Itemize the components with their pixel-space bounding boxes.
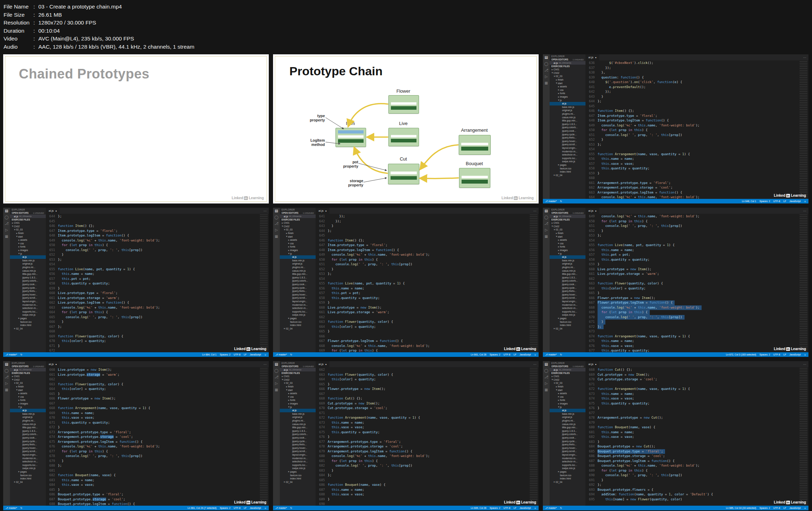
code-line: 659} [585, 262, 808, 267]
tree-item-label: modernizr.m... [292, 304, 307, 306]
line-number: 664 [585, 286, 598, 291]
code-text: Flower.prototype = new Item(); [328, 387, 388, 392]
linkedin-in-logo: in [516, 501, 520, 504]
tree-item: al.js [280, 409, 316, 412]
tree-item-label: jquery.hover... [292, 447, 307, 449]
line-number: 666 [585, 296, 598, 301]
code-text: this[color] = quantity; [328, 325, 378, 330]
tree-item-label: js [290, 252, 292, 255]
folder-twisty-icon: ▾ [285, 388, 288, 391]
files-icon: ▤ [275, 209, 278, 213]
status-segment: ↻ [560, 353, 562, 356]
line-number: 671 [316, 411, 328, 416]
code-text: } [58, 425, 62, 430]
debug-icon: ▷ [5, 228, 8, 232]
code-line: 663function Flower(quantity, color) { [316, 373, 539, 377]
status-segment: ☺ [804, 507, 806, 509]
open-editors-label: OPEN EDITORS [12, 365, 28, 368]
extensions-icon: ▦ [5, 235, 8, 238]
code-text: console.log('%c' + this.name, 'font-weig… [598, 463, 702, 468]
tree-item: jquery.cycle... [550, 132, 585, 136]
line-number: 653 [316, 272, 328, 277]
minimap [800, 61, 807, 198]
code-text: this.quantity = quantity; [598, 166, 652, 171]
tree-item: jquery.cook... [10, 436, 46, 440]
tree-item: ▾Ch02 [550, 71, 585, 75]
tree-item-label: 02_04 [556, 174, 562, 176]
exercise-files-header: EXERCISE FILES [550, 218, 585, 221]
linkedin-learning-watermark: LinkedinLearning [774, 347, 806, 351]
tree-item-label: index.html [560, 477, 571, 480]
code-line: 639 question: function() { [585, 75, 808, 80]
line-number: 688 [316, 492, 328, 497]
code-line: 638 }, [585, 70, 808, 75]
linkedin-in-logo: in [786, 501, 790, 504]
tree-item: ▸fonts [280, 398, 316, 402]
code-line: 671 [585, 382, 808, 387]
tree-item: ▾02_03 [10, 228, 46, 232]
search-icon: ◯ [274, 216, 278, 219]
line-number: 642 [316, 219, 328, 224]
code-line: 682function Bouquet(name, vase) { [46, 473, 269, 478]
code-text: } [598, 291, 601, 296]
tree-item-label: swipe.min.js [562, 467, 575, 469]
tree-item: favicon.ico [10, 320, 46, 324]
open-editor-file: al.js [554, 369, 558, 371]
line-number: 662 [316, 315, 328, 320]
meta-label: Audio [4, 43, 33, 51]
tree-item: base.min.js [10, 259, 46, 262]
code-text: console.log(' ', prop, ': ', this[prop]) [58, 454, 145, 459]
tree-item-label: selectivizr-m... [562, 153, 577, 156]
line-number: 670 [46, 339, 58, 344]
callout-type-property: type property [304, 114, 325, 122]
tree-item-label: images [560, 402, 568, 405]
code-text: } [328, 497, 332, 502]
status-segment: Spaces: 2 [759, 200, 770, 202]
tree-item: ▸02_04 [280, 327, 316, 330]
line-number: 641 [585, 85, 598, 90]
editor-tab-bar: al.js●⋯ [46, 361, 269, 367]
line-number: 685 [46, 488, 58, 493]
code-text: function Item() {}; [58, 224, 97, 229]
tree-item-label: assets [20, 392, 27, 395]
folder-twisty-icon: ▸ [18, 392, 20, 395]
line-number: 687 [46, 497, 58, 502]
tree-item: ▸02_04 [550, 480, 585, 484]
explorer-sidebar: EXPLOREROPEN EDITORS1 UNSAVEDal.js02_03/… [550, 208, 585, 352]
code-text: } [58, 286, 62, 291]
tree-item-label: js [560, 252, 562, 255]
tree-item-label: plugins.mi... [292, 266, 305, 268]
extensions-icon: ▦ [545, 81, 548, 85]
tree-item-label: plugins.mi... [22, 266, 35, 268]
tree-item-label: layout.engin... [562, 300, 577, 303]
tree-item-label: index.html [560, 324, 571, 326]
code-text: this[color] = quantity; [598, 286, 648, 291]
line-number: 668 [46, 329, 58, 334]
minimap [800, 368, 807, 505]
folder-twisty-icon: ▾ [551, 225, 554, 228]
folder-twisty-icon: ▸ [18, 242, 20, 245]
code-text [328, 368, 330, 373]
tree-item-label: jquery-1.8.3... [562, 276, 577, 279]
code-text: this.quantity = quantity; [58, 420, 112, 425]
code-text [328, 277, 330, 282]
tree-item: supports.loc... [280, 463, 316, 467]
code-text: this.quantity = quantity; [598, 257, 652, 262]
tree-item: ▸finish [550, 232, 585, 235]
line-number: 660 [585, 176, 598, 181]
tree-item-label: jquery.colorb... [22, 279, 38, 282]
line-number: 650 [585, 219, 598, 224]
tree-item-label: casua.min.js [22, 270, 36, 272]
line-number: 672 [46, 425, 58, 430]
code-text: console.log('%c' + this.name, 'font-weig… [598, 195, 702, 199]
folder-twisty-icon: ▸ [553, 327, 556, 330]
folder-twisty-icon: ▾ [281, 225, 284, 228]
tree-item-label: swipe.min.js [562, 314, 575, 316]
line-number: 676 [585, 344, 598, 349]
tree-item: jquery.cycle... [550, 286, 585, 289]
cursor-position: Ln 648, Col 1 [742, 200, 756, 202]
tree-item: ▸fonts [10, 398, 46, 402]
open-editor-path: 02_03/start/js [559, 369, 571, 371]
tree-item-label: original.js [22, 262, 33, 265]
line-number: 645 [316, 233, 328, 238]
